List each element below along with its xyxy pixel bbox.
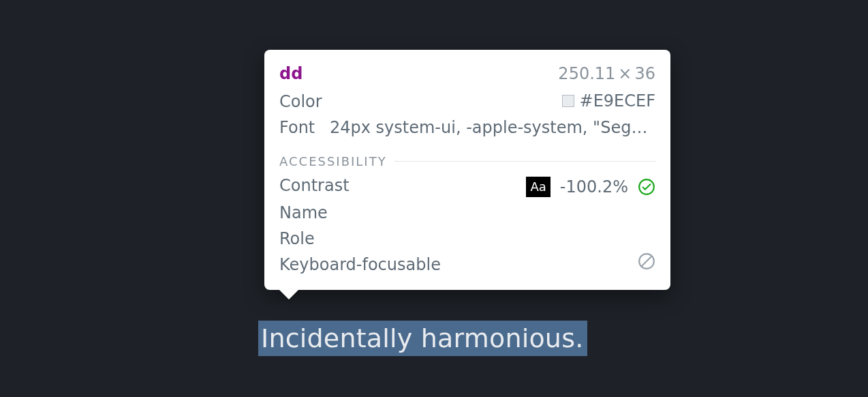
color-hex: #E9ECEF <box>580 88 655 114</box>
color-swatch-icon <box>562 95 574 107</box>
section-divider <box>395 161 655 162</box>
inspect-tooltip: dd 250.11×36 Color #E9ECEF Font 24px sys… <box>264 50 670 290</box>
element-header-row: dd 250.11×36 <box>279 61 655 87</box>
tooltip-arrow-icon <box>279 290 298 299</box>
contrast-value-group: Aa -100.2% <box>526 174 655 200</box>
color-row: Color #E9ECEF <box>279 88 655 115</box>
role-row: Role <box>279 226 655 252</box>
element-tag-name: dd <box>279 61 303 87</box>
role-label: Role <box>279 226 315 252</box>
accessibility-section-header: ACCESSIBILITY <box>279 154 655 168</box>
contrast-label: Contrast <box>279 173 350 198</box>
color-label: Color <box>279 89 322 115</box>
svg-line-2 <box>641 256 651 266</box>
element-dimensions: 250.11×36 <box>558 61 655 87</box>
element-width: 250.11 <box>558 64 615 83</box>
font-label: Font <box>279 115 317 141</box>
dimensions-separator: × <box>618 64 632 83</box>
contrast-value: -100.2% <box>560 174 628 200</box>
color-value: #E9ECEF <box>562 88 655 114</box>
name-row: Name <box>279 200 655 226</box>
not-allowed-icon <box>638 252 655 270</box>
font-value: 24px system-ui, -apple-system, "Segoe… <box>330 115 655 141</box>
font-row: Font 24px system-ui, -apple-system, "Seg… <box>279 115 655 141</box>
inspected-element-text: Incidentally harmonious. <box>258 321 587 356</box>
check-circle-icon <box>638 178 655 196</box>
contrast-sample-badge: Aa <box>526 177 550 197</box>
name-label: Name <box>279 200 328 226</box>
accessibility-heading: ACCESSIBILITY <box>279 154 387 168</box>
keyboard-focusable-label: Keyboard-focusable <box>279 252 441 278</box>
contrast-row: Contrast Aa -100.2% <box>279 173 655 200</box>
keyboard-focusable-row: Keyboard-focusable <box>279 252 655 278</box>
svg-point-0 <box>639 179 654 194</box>
element-height: 36 <box>634 64 655 83</box>
